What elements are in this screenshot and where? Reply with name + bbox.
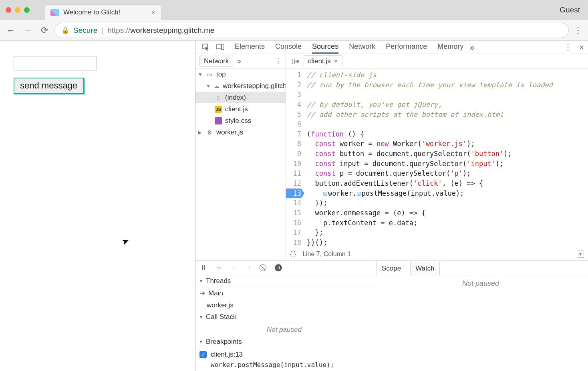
tab-console[interactable]: Console [275,41,302,54]
tree-label: workerstepping.glitch [223,82,287,90]
tree-node-origin[interactable]: ☁ workerstepping.glitch [195,80,286,92]
tabs-overflow-icon[interactable]: » [470,43,474,52]
breakpoints-label: Breakpoints [206,338,242,346]
tree-file-client-js[interactable]: JS client.js [195,103,286,115]
tree-node-top[interactable]: ▭ top [195,68,286,80]
scope-body: Not paused [373,275,588,371]
tree-label: client.js [225,105,248,113]
tab-memory[interactable]: Memory [437,41,463,54]
toggle-navigator-icon[interactable]: ▯◂ [289,57,301,65]
navigator-menu-icon[interactable]: ⋮ [275,57,282,65]
tab-network[interactable]: Network [349,41,375,54]
code-editor[interactable]: 123 456 789 101112 13 141516 1718 // cli… [286,68,588,248]
editor-tab-client-js[interactable]: client.js × [304,55,342,67]
breakpoint-file: client.js:13 [211,351,243,359]
address-bar[interactable]: 🔒 Secure | https://workerstepping.glitch… [54,23,569,38]
tab-favicon [50,9,59,16]
step-marker-icon [323,192,327,196]
code-content[interactable]: // client-side js// run by the browser e… [304,68,588,248]
svg-rect-2 [222,44,224,50]
editor-tabstrip: ▯◂ client.js × [286,54,588,68]
breakpoint-marker[interactable]: 13 [286,189,301,199]
chevron-down-icon[interactable] [199,278,203,284]
devtools: Elements Console Sources Network Perform… [195,41,588,371]
tree-label: (index) [225,94,246,102]
tab-close-icon[interactable]: × [151,8,155,17]
step-into-button: ↓ [229,264,239,272]
inspect-element-icon[interactable] [199,41,212,54]
tab-performance[interactable]: Performance [386,41,427,54]
document-icon: ▯ [215,94,222,101]
tab-title: Welcome to Glitch! [63,8,120,16]
forward-button: → [21,24,34,37]
send-message-button[interactable]: send message [14,78,84,94]
tab-elements[interactable]: Elements [235,41,265,54]
tree-label: top [216,70,226,78]
callstack-section-header[interactable]: Call Stack [195,311,373,323]
line-gutter[interactable]: 123 456 789 101112 13 141516 1718 [286,68,304,248]
back-button[interactable]: ← [4,24,18,37]
step-over-button: ⤼ [214,264,224,272]
pretty-print-icon[interactable]: { } [290,251,296,258]
device-toolbar-icon[interactable] [214,41,227,54]
thread-main[interactable]: Main [195,287,373,299]
pause-on-exceptions-button[interactable]: ⏸ [275,264,282,271]
url-host: workerstepping.glitch.me [130,26,214,34]
close-window-button[interactable] [6,7,11,13]
browser-toolbar: ← → ⟳ 🔒 Secure | https://workerstepping.… [0,20,588,41]
secure-label: Secure [73,26,97,35]
tree-label: worker.js [216,128,243,136]
tab-scope[interactable]: Scope [377,262,406,275]
threads-section-header[interactable]: Threads [195,275,373,287]
breakpoints-section-header[interactable]: Breakpoints [195,336,373,348]
profile-label[interactable]: Guest [560,6,580,14]
show-console-icon[interactable]: ▾ [577,251,584,258]
debugger-controls: ⏸ ⤼ ↓ ↑ ⃠ ⏸ [195,261,373,275]
frame-icon: ▭ [206,71,213,78]
editor-tab-close-icon[interactable]: × [334,57,338,65]
debugger-left-pane: ⏸ ⤼ ↓ ↑ ⃠ ⏸ Threads Main [195,261,373,371]
minimize-window-button[interactable] [15,7,20,13]
tree-file-style-css[interactable]: style.css [195,115,286,126]
tree-node-worker[interactable]: ⚙ worker.js [195,126,286,138]
fullscreen-window-button[interactable] [24,7,30,13]
step-marker-icon [357,192,361,196]
thread-worker[interactable]: worker.js [195,299,373,311]
breakpoint-checkbox[interactable]: ✓ [199,351,207,358]
tab-sources[interactable]: Sources [312,41,338,54]
navigator-tab-network[interactable]: Network [199,56,233,67]
tree-file-index[interactable]: ▯ (index) [195,92,286,103]
file-tree: ▭ top ☁ workerstepping.glitch ▯ (index) [195,68,286,261]
pause-button[interactable]: ⏸ [199,264,208,272]
devtools-menu-icon[interactable]: ⋮ [564,42,572,52]
browser-menu-icon[interactable]: ⋮ [572,25,584,36]
navigator-panel: Network » ⋮ ▭ top ☁ workerste [195,54,286,261]
message-input[interactable] [14,56,97,70]
chevron-down-icon[interactable] [199,314,203,320]
browser-tab-strip: Welcome to Glitch! × Guest [0,0,588,20]
window-controls [6,7,30,13]
chevron-down-icon[interactable] [198,72,203,77]
tab-watch[interactable]: Watch [410,262,440,275]
debugger-panel: ⏸ ⤼ ↓ ↑ ⃠ ⏸ Threads Main [195,261,588,371]
chevron-down-icon[interactable] [206,83,211,89]
threads-label: Threads [206,277,231,285]
devtools-close-icon[interactable]: × [579,43,584,52]
editor-tab-label: client.js [308,57,331,65]
tree-label: style.css [225,117,251,125]
chevron-right-icon[interactable] [198,130,203,135]
css-file-icon [215,117,222,124]
page-viewport: send message [0,41,195,371]
separator: | [101,26,103,35]
breakpoint-entry[interactable]: ✓ client.js:13 [195,348,373,361]
gear-icon: ⚙ [206,129,213,136]
deactivate-breakpoints-button[interactable]: ⃠ [260,264,269,272]
reload-button[interactable]: ⟳ [38,24,51,37]
js-file-icon: JS [215,106,222,113]
chevron-down-icon[interactable] [199,339,203,345]
editor-panel: ▯◂ client.js × 123 456 789 101112 13 [286,54,588,261]
navigator-overflow-icon[interactable]: » [237,57,241,65]
svg-rect-1 [216,45,221,49]
scope-watch-pane: Scope Watch Not paused [373,261,588,371]
browser-tab[interactable]: Welcome to Glitch! × [45,5,161,20]
